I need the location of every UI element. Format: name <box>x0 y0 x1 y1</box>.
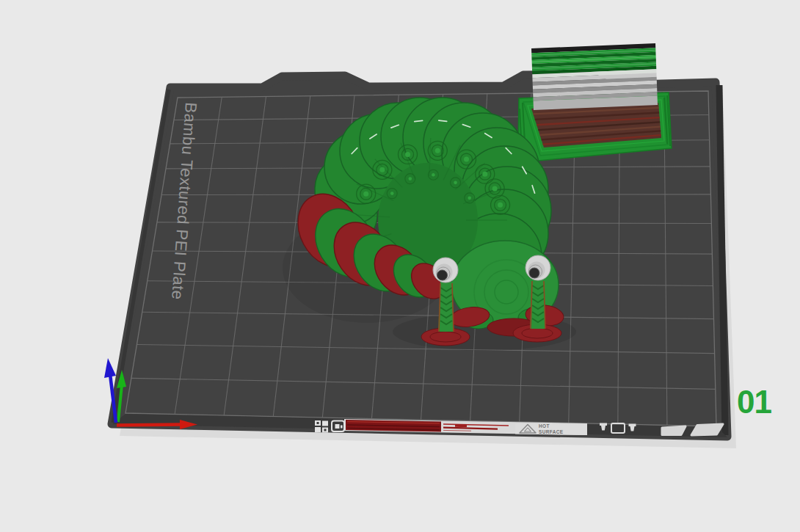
prime-tower-slab <box>531 43 658 110</box>
slicer-3d-viewport[interactable]: Bambu Textured PEI Plate HOT SURFACE <box>0 0 800 532</box>
eye-right <box>526 255 550 280</box>
hot-surface-line2: SURFACE <box>539 429 564 434</box>
prime-tower[interactable] <box>518 43 672 161</box>
hot-surface-line1: HOT <box>539 423 550 429</box>
hot-surface-warning: HOT SURFACE <box>515 423 587 435</box>
eye-left <box>433 258 458 283</box>
plate-number[interactable]: 01 <box>737 384 771 420</box>
